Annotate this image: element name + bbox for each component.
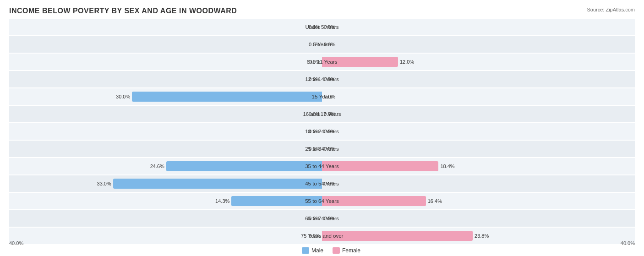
female-value: 23.8% bbox=[475, 233, 489, 239]
legend-female-box bbox=[333, 247, 340, 254]
chart-row: 16 and 17 Years0.0%0.0% bbox=[9, 106, 635, 122]
chart-row: 6 to 11 Years0.0%12.0% bbox=[9, 54, 635, 70]
row-label: 45 to 54 Years bbox=[305, 181, 339, 186]
row-label: 35 to 44 Years bbox=[305, 163, 339, 169]
female-value: 16.4% bbox=[428, 198, 442, 204]
row-label: 6 to 11 Years bbox=[306, 59, 337, 65]
row-label: 16 and 17 Years bbox=[303, 111, 341, 117]
chart-title: INCOME BELOW POVERTY BY SEX AND AGE IN W… bbox=[9, 7, 635, 15]
row-label: 25 to 34 Years bbox=[305, 146, 339, 152]
female-bar bbox=[322, 161, 438, 171]
chart-row: Under 5 Years0.0%0.0% bbox=[9, 19, 635, 35]
row-label: 18 to 24 Years bbox=[305, 129, 339, 134]
legend-female-label: Female bbox=[342, 247, 360, 254]
male-value: 33.0% bbox=[97, 181, 111, 186]
axis-label-right: 40.0% bbox=[621, 240, 635, 246]
male-bar bbox=[113, 179, 322, 189]
axis-label-left: 40.0% bbox=[9, 240, 23, 246]
male-bar bbox=[132, 92, 322, 102]
chart-row: 15 Years30.0%0.0% bbox=[9, 88, 635, 105]
chart-row: 65 to 74 Years0.0%0.0% bbox=[9, 210, 635, 227]
row-label: Under 5 Years bbox=[306, 24, 339, 30]
female-value: 12.0% bbox=[400, 59, 414, 65]
chart-row: 35 to 44 Years24.6%18.4% bbox=[9, 158, 635, 174]
legend-male-label: Male bbox=[311, 247, 323, 254]
female-bar bbox=[322, 231, 473, 241]
chart-row: 45 to 54 Years33.0%0.0% bbox=[9, 175, 635, 192]
male-bar bbox=[166, 161, 322, 171]
row-label: 55 to 64 Years bbox=[305, 198, 339, 204]
chart-row: 12 to 14 Years0.0%0.0% bbox=[9, 71, 635, 87]
chart-row: 25 to 34 Years0.0%0.0% bbox=[9, 141, 635, 157]
chart-container: INCOME BELOW POVERTY BY SEX AND AGE IN W… bbox=[0, 0, 644, 256]
chart-row: 18 to 24 Years0.0%0.0% bbox=[9, 123, 635, 140]
source-label: Source: ZipAtlas.com bbox=[587, 7, 635, 12]
male-value: 30.0% bbox=[116, 94, 130, 99]
female-value: 18.4% bbox=[440, 163, 454, 169]
chart-row: 75 Years and over0.0%23.8% bbox=[9, 228, 635, 244]
male-value: 24.6% bbox=[150, 163, 164, 169]
chart-row: 55 to 64 Years14.3%16.4% bbox=[9, 193, 635, 209]
legend-male: Male bbox=[302, 247, 323, 254]
row-label: 12 to 14 Years bbox=[305, 76, 339, 82]
row-label: 75 Years and over bbox=[301, 233, 344, 239]
legend-male-box bbox=[302, 247, 309, 254]
legend: Male Female bbox=[9, 247, 644, 254]
chart-area: Under 5 Years0.0%0.0%5 Years0.0%0.0%6 to… bbox=[9, 19, 635, 222]
legend-female: Female bbox=[333, 247, 360, 254]
chart-row: 5 Years0.0%0.0% bbox=[9, 36, 635, 53]
row-label: 15 Years bbox=[312, 94, 333, 99]
row-label: 5 Years bbox=[313, 42, 331, 47]
row-label: 65 to 74 Years bbox=[305, 216, 339, 221]
male-value: 14.3% bbox=[215, 198, 229, 204]
